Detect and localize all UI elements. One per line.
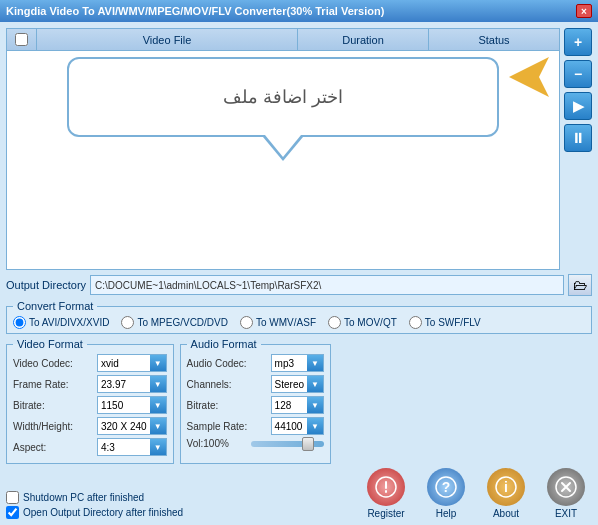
bottom-row: Shutdown PC after finished Open Output D… <box>6 468 592 519</box>
svg-text:?: ? <box>442 479 451 495</box>
output-directory-label: Output Directory <box>6 279 86 291</box>
register-button[interactable]: Register <box>360 468 412 519</box>
output-directory-input[interactable] <box>90 275 564 295</box>
close-button[interactable]: × <box>576 4 592 18</box>
convert-format-panel: Convert Format To AVI/DIVX/XVID To MPEG/… <box>6 300 592 334</box>
help-label: Help <box>436 508 457 519</box>
video-codec-row: Video Codec: xvid ▼ <box>13 354 167 372</box>
width-height-label: Width/Height: <box>13 421 93 432</box>
register-label: Register <box>367 508 404 519</box>
volume-slider-thumb <box>302 437 314 451</box>
about-button[interactable]: i About <box>480 468 532 519</box>
width-height-select[interactable]: 320 X 240 ▼ <box>97 417 167 435</box>
format-option-mov[interactable]: To MOV/QT <box>328 316 397 329</box>
frame-rate-label: Frame Rate: <box>13 379 93 390</box>
pause-button[interactable]: ⏸ <box>564 124 592 152</box>
audio-codec-row: Audio Codec: mp3 ▼ <box>187 354 324 372</box>
sample-rate-select[interactable]: 44100 ▼ <box>271 417 324 435</box>
video-bitrate-select[interactable]: 1150 ▼ <box>97 396 167 414</box>
opendir-checkbox-row[interactable]: Open Output Directory after finished <box>6 506 183 519</box>
col-status-header: Status <box>429 29 559 50</box>
about-label: About <box>493 508 519 519</box>
format-radio-avi[interactable] <box>13 316 26 329</box>
width-height-row: Width/Height: 320 X 240 ▼ <box>13 417 167 435</box>
format-radio-mov[interactable] <box>328 316 341 329</box>
help-icon: ? <box>427 468 465 506</box>
filelist-wrapper: Video File Duration Status اختر اضافة مل… <box>6 28 592 270</box>
bottom-action-buttons: Register ? Help i About EXIT <box>360 468 592 519</box>
bottom-checkboxes: Shutdown PC after finished Open Output D… <box>6 491 183 519</box>
format-option-avi[interactable]: To AVI/DIVX/XVID <box>13 316 109 329</box>
video-bitrate-value: 1150 <box>98 397 150 413</box>
sample-rate-dropdown[interactable]: ▼ <box>307 418 323 434</box>
col-checkbox <box>7 29 37 50</box>
svg-text:i: i <box>504 479 508 495</box>
exit-button[interactable]: EXIT <box>540 468 592 519</box>
video-format-panel: Video Format Video Codec: xvid ▼ Frame R… <box>6 338 174 464</box>
play-button[interactable]: ▶ <box>564 92 592 120</box>
video-codec-label: Video Codec: <box>13 358 93 369</box>
browse-folder-button[interactable]: 🗁 <box>568 274 592 296</box>
frame-rate-select[interactable]: 23.97 ▼ <box>97 375 167 393</box>
select-all-checkbox[interactable] <box>15 33 28 46</box>
frame-rate-dropdown[interactable]: ▼ <box>150 376 166 392</box>
audio-bitrate-dropdown[interactable]: ▼ <box>307 397 323 413</box>
audio-bitrate-value: 128 <box>272 397 307 413</box>
shutdown-checkbox-row[interactable]: Shutdown PC after finished <box>6 491 183 504</box>
about-icon: i <box>487 468 525 506</box>
audio-codec-select[interactable]: mp3 ▼ <box>271 354 324 372</box>
exit-icon <box>547 468 585 506</box>
arrow-pointer <box>509 57 549 99</box>
remove-file-button[interactable]: − <box>564 60 592 88</box>
shutdown-checkbox[interactable] <box>6 491 19 504</box>
volume-label: Vol:100% <box>187 438 247 449</box>
aspect-dropdown[interactable]: ▼ <box>150 439 166 455</box>
add-file-button[interactable]: + <box>564 28 592 56</box>
aspect-row: Aspect: 4:3 ▼ <box>13 438 167 456</box>
audio-bitrate-row: Bitrate: 128 ▼ <box>187 396 324 414</box>
format-option-swf[interactable]: To SWF/FLV <box>409 316 481 329</box>
opendir-checkbox[interactable] <box>6 506 19 519</box>
format-radio-swf[interactable] <box>409 316 422 329</box>
channels-value: Stereo <box>272 376 307 392</box>
format-panels: Video Format Video Codec: xvid ▼ Frame R… <box>6 338 592 464</box>
help-button[interactable]: ? Help <box>420 468 472 519</box>
svg-marker-0 <box>509 57 549 97</box>
audio-bitrate-label: Bitrate: <box>187 400 267 411</box>
volume-slider[interactable] <box>251 441 324 447</box>
filelist: Video File Duration Status اختر اضافة مل… <box>6 28 560 270</box>
main-container: Video File Duration Status اختر اضافة مل… <box>0 22 598 525</box>
filelist-header: Video File Duration Status <box>7 29 559 51</box>
sample-rate-label: Sample Rate: <box>187 421 267 432</box>
output-directory-row: Output Directory 🗁 <box>6 274 592 296</box>
audio-bitrate-select[interactable]: 128 ▼ <box>271 396 324 414</box>
opendir-label: Open Output Directory after finished <box>23 507 183 518</box>
aspect-value: 4:3 <box>98 439 150 455</box>
width-height-dropdown[interactable]: ▼ <box>150 418 166 434</box>
format-option-wmv[interactable]: To WMV/ASF <box>240 316 316 329</box>
register-icon <box>367 468 405 506</box>
aspect-select[interactable]: 4:3 ▼ <box>97 438 167 456</box>
video-bitrate-dropdown[interactable]: ▼ <box>150 397 166 413</box>
shutdown-label: Shutdown PC after finished <box>23 492 144 503</box>
convert-format-legend: Convert Format <box>13 300 97 312</box>
video-format-legend: Video Format <box>13 338 87 350</box>
channels-select[interactable]: Stereo ▼ <box>271 375 324 393</box>
sample-rate-row: Sample Rate: 44100 ▼ <box>187 417 324 435</box>
format-radio-mpeg[interactable] <box>121 316 134 329</box>
audio-codec-dropdown[interactable]: ▼ <box>307 355 323 371</box>
col-duration-header: Duration <box>298 29 429 50</box>
tooltip-text: اختر اضافة ملف <box>223 86 343 108</box>
volume-row: Vol:100% <box>187 438 324 449</box>
video-codec-dropdown[interactable]: ▼ <box>150 355 166 371</box>
title-bar: Kingdia Video To AVI/WMV/MPEG/MOV/FLV Co… <box>0 0 598 22</box>
video-codec-select[interactable]: xvid ▼ <box>97 354 167 372</box>
channels-dropdown[interactable]: ▼ <box>307 376 323 392</box>
app-title: Kingdia Video To AVI/WMV/MPEG/MOV/FLV Co… <box>6 5 384 17</box>
audio-format-panel: Audio Format Audio Codec: mp3 ▼ Channels… <box>180 338 331 464</box>
col-videofile-header: Video File <box>37 29 298 50</box>
format-option-mpeg[interactable]: To MPEG/VCD/DVD <box>121 316 228 329</box>
format-radio-wmv[interactable] <box>240 316 253 329</box>
exit-label: EXIT <box>555 508 577 519</box>
frame-rate-row: Frame Rate: 23.97 ▼ <box>13 375 167 393</box>
